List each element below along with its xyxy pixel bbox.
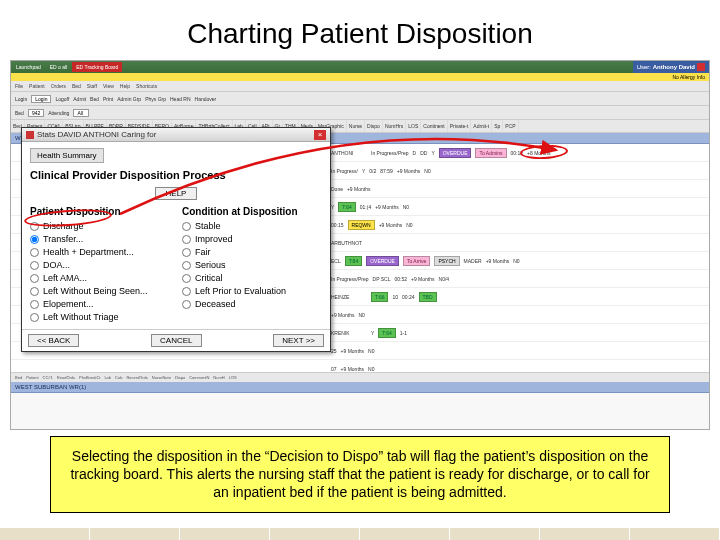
colhead-admit-t[interactable]: Admit-t xyxy=(471,120,492,132)
footcol: CommentN xyxy=(189,375,209,380)
admingrp-label[interactable]: Admin Grp xyxy=(117,96,141,102)
menu-patient[interactable]: Patient xyxy=(29,83,45,89)
menu-shortcuts[interactable]: Shortcuts xyxy=(136,83,157,89)
cell: +9 Months xyxy=(411,276,435,282)
radio[interactable] xyxy=(30,313,39,322)
colhead-continent[interactable]: Continent xyxy=(421,120,447,132)
logoff-label[interactable]: Logoff xyxy=(55,96,69,102)
tab-ed[interactable]: ED o all xyxy=(46,62,72,72)
condition-option-improved[interactable]: Improved xyxy=(182,234,322,244)
option-label: Left AMA... xyxy=(43,273,87,283)
menu-view[interactable]: View xyxy=(103,83,114,89)
radio[interactable] xyxy=(182,261,191,270)
psych-flag: PSYCH xyxy=(434,256,459,266)
patient-disposition-column: Patient Disposition DischargeTransfer...… xyxy=(30,206,170,325)
bed-label[interactable]: Bed xyxy=(90,96,99,102)
login-field[interactable]: Login xyxy=(31,95,51,103)
dispo-option-elopement-[interactable]: Elopement... xyxy=(30,299,170,309)
bed-field[interactable]: 942 xyxy=(28,109,44,117)
radio[interactable] xyxy=(182,274,191,283)
dispo-option-doa-[interactable]: DOA... xyxy=(30,260,170,270)
colhead-dispo[interactable]: Dispo xyxy=(365,120,383,132)
radio[interactable] xyxy=(30,287,39,296)
cell: N0 xyxy=(406,222,412,228)
menu-orders[interactable]: Orders xyxy=(51,83,66,89)
footcol: NurseNote xyxy=(152,375,171,380)
bottom-palette xyxy=(0,528,720,540)
colhead-los[interactable]: LOS xyxy=(406,120,421,132)
colhead-sp[interactable]: Sp xyxy=(492,120,503,132)
dispo-flag: T:66 xyxy=(371,292,388,302)
menu-help[interactable]: Help xyxy=(120,83,130,89)
lock-icon[interactable] xyxy=(697,63,705,71)
close-icon[interactable]: × xyxy=(314,130,326,140)
colhead-pcp[interactable]: PCP xyxy=(503,120,518,132)
radio[interactable] xyxy=(30,274,39,283)
cell: ANTHONI xyxy=(331,150,367,156)
cancel-button[interactable]: CANCEL xyxy=(151,334,201,347)
dispo-option-health-department-[interactable]: Health + Department... xyxy=(30,247,170,257)
cell: Y xyxy=(331,204,334,210)
footcol: RecentOrds xyxy=(126,375,147,380)
option-label: Discharge xyxy=(43,221,84,231)
footcol: Patient xyxy=(26,375,38,380)
attending-field[interactable]: All xyxy=(73,109,89,117)
option-label: Deceased xyxy=(195,299,236,309)
colhead-private-t[interactable]: Private-t xyxy=(448,120,472,132)
radio[interactable] xyxy=(30,248,39,257)
menu-bed[interactable]: Bed xyxy=(72,83,81,89)
option-label: Left Without Triage xyxy=(43,312,119,322)
radio[interactable] xyxy=(182,287,191,296)
menu-file[interactable]: File xyxy=(15,83,23,89)
caption-box: Selecting the disposition in the “Decisi… xyxy=(50,436,670,513)
headrn-label[interactable]: Head RN xyxy=(170,96,191,102)
radio[interactable] xyxy=(30,261,39,270)
condition-option-critical[interactable]: Critical xyxy=(182,273,322,283)
health-summary-button[interactable]: Health Summary xyxy=(30,148,104,163)
cell: +9 Months xyxy=(341,348,365,354)
cell: KRENIK xyxy=(331,330,367,336)
tab-tracking-board[interactable]: ED Tracking Board xyxy=(72,62,122,72)
condition-option-left-prior-to-evaluation[interactable]: Left Prior to Evaluation xyxy=(182,286,322,296)
bed-lbl: Bed xyxy=(15,110,24,116)
condition-option-stable[interactable]: Stable xyxy=(182,221,322,231)
admit-label[interactable]: Admit xyxy=(73,96,86,102)
radio[interactable] xyxy=(182,300,191,309)
toolbar: Login Login Logoff Admit Bed Print Admin… xyxy=(11,91,709,105)
radio[interactable] xyxy=(30,300,39,309)
cell: N0 xyxy=(424,168,430,174)
radio[interactable] xyxy=(30,222,39,231)
handover-label[interactable]: Handover xyxy=(195,96,217,102)
dialog-title: Stats DAVID ANTHONI Caring for xyxy=(37,130,156,139)
attending-lbl: Attending xyxy=(48,110,69,116)
physgrp-label[interactable]: Phys Grp xyxy=(145,96,166,102)
dispo-option-transfer-[interactable]: Transfer... xyxy=(30,234,170,244)
footcol: Lab xyxy=(104,375,111,380)
req-flag: REQWN xyxy=(348,220,375,230)
footcol: Bed xyxy=(15,375,22,380)
dispo-option-discharge[interactable]: Discharge xyxy=(30,221,170,231)
back-button[interactable]: << BACK xyxy=(28,334,79,347)
condition-option-deceased[interactable]: Deceased xyxy=(182,299,322,309)
colhead-nurse[interactable]: Nurse xyxy=(347,120,365,132)
dispo-option-left-without-triage[interactable]: Left Without Triage xyxy=(30,312,170,322)
radio[interactable] xyxy=(182,235,191,244)
colhead-numhrs[interactable]: NumHrs xyxy=(383,120,406,132)
print-label[interactable]: Print xyxy=(103,96,113,102)
dispo-option-left-ama-[interactable]: Left AMA... xyxy=(30,273,170,283)
help-button[interactable]: HELP xyxy=(155,187,198,200)
menu-staff[interactable]: Staff xyxy=(87,83,97,89)
tbd-flag: TBD xyxy=(419,292,437,302)
user-panel: User: Anthony David xyxy=(633,61,709,73)
radio[interactable] xyxy=(30,235,39,244)
tab-launchpad[interactable]: Launchpad xyxy=(12,62,45,72)
condition-option-fair[interactable]: Fair xyxy=(182,247,322,257)
condition-option-serious[interactable]: Serious xyxy=(182,260,322,270)
next-button[interactable]: NEXT >> xyxy=(273,334,324,347)
radio[interactable] xyxy=(182,222,191,231)
dialog-titlebar: Stats DAVID ANTHONI Caring for × xyxy=(22,128,330,142)
radio[interactable] xyxy=(182,248,191,257)
dispo-option-left-without-being-seen-[interactable]: Left Without Being Seen... xyxy=(30,286,170,296)
board-secondary-header[interactable]: WEST SUBURBAN WR(1) xyxy=(11,382,709,393)
login-label: Login xyxy=(15,96,27,102)
